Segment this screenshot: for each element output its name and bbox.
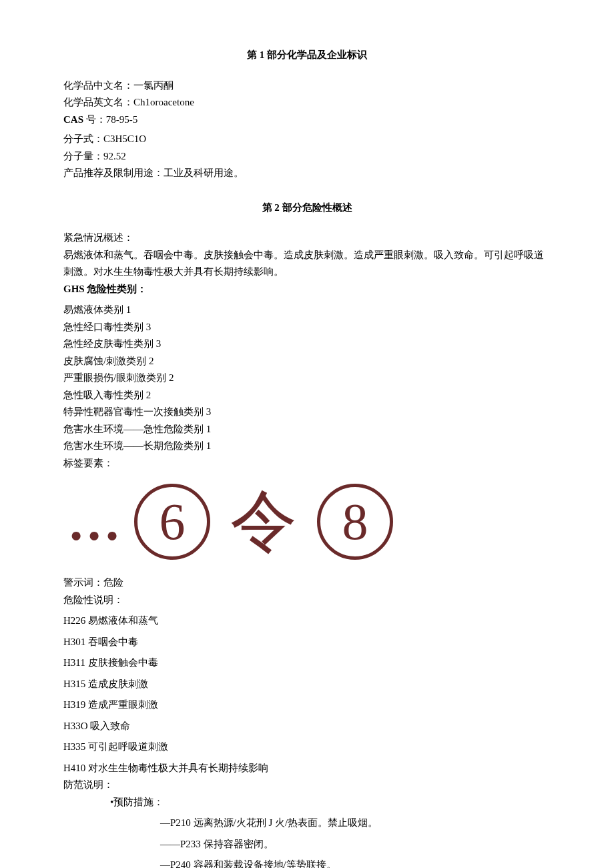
name-en-line: 化学品英文名：Ch1oroacetone — [63, 94, 551, 111]
name-en-label: 化学品英文名： — [63, 97, 133, 107]
pictogram-six-text: 6 — [160, 496, 186, 548]
weight-label: 分子量： — [63, 151, 103, 161]
weight-line: 分子量：92.52 — [63, 148, 551, 165]
ghs-item: 急性吸入毒性类别 2 — [63, 387, 551, 404]
hazard-item: H319 造成严重眼刺激 — [63, 697, 551, 714]
hazard-item: H311 皮肤接触会中毒 — [63, 655, 551, 672]
prevention-label: •预防措施： — [63, 794, 551, 811]
signal-word-line: 警示词：危险 — [63, 574, 551, 592]
usage-line: 产品推荐及限制用途：工业及科研用途。 — [63, 165, 551, 182]
section-2-title: 第 2 部分危险性概述 — [63, 199, 551, 217]
usage-value: 工业及科研用途。 — [164, 167, 244, 178]
ghs-item: 危害水生环境——长期危险类别 1 — [63, 438, 551, 455]
signal-value: 危险 — [103, 577, 123, 588]
signal-label: 警示词： — [63, 577, 103, 588]
weight-value: 92.52 — [103, 151, 126, 161]
name-cn-value: 一氯丙酮 — [133, 80, 174, 91]
section-1-prefix: 第 — [247, 49, 257, 60]
pictogram-row: … 6 令 8 — [63, 484, 551, 560]
prevention-item: —P210 远离热源/火花刑 J 火/热表面。禁止吸烟。 — [63, 815, 551, 832]
ghs-label-suffix: 危险性类别： — [87, 284, 147, 294]
ghs-item: 危害水生环境——急性危险类别 1 — [63, 421, 551, 438]
section-2-suffix: 部分危险性概述 — [282, 202, 352, 213]
ghs-item: 急性经皮肤毒性类别 3 — [63, 336, 551, 353]
section-2-number: 2 — [274, 202, 280, 213]
cas-label: CAS — [63, 114, 83, 125]
section-2-prefix: 第 — [262, 202, 272, 213]
pictogram-eight-icon: 8 — [317, 484, 393, 560]
name-cn-label: 化学品中文名： — [63, 80, 133, 91]
usage-label: 产品推荐及限制用途： — [63, 167, 164, 178]
hazard-item: H315 造成皮肤刺激 — [63, 676, 551, 693]
ghs-item: 急性经口毒性类别 3 — [63, 319, 551, 336]
label-elements: 标签要素： — [63, 455, 551, 472]
document-page: 第 1 部分化学品及企业标识 化学品中文名：一氯丙酮 化学品英文名：Ch1oro… — [0, 0, 614, 868]
cas-value: 78-95-5 — [106, 114, 138, 125]
ghs-item: 特异性靶器官毒性一次接触类别 3 — [63, 404, 551, 421]
section-1-suffix: 部分化学品及企业标识 — [267, 49, 367, 60]
emergency-text: 易燃液体和蒸气。吞咽会中毒。皮肤接触会中毒。造成皮肤刺激。造成严重眼刺激。吸入致… — [63, 247, 551, 281]
emergency-label: 紧急情况概述： — [63, 230, 551, 247]
hazard-item: H301 吞咽会中毒 — [63, 634, 551, 651]
prevention-item: ——P233 保持容器密闭。 — [63, 836, 551, 853]
hazard-item: H33O 吸入致命 — [63, 718, 551, 735]
ghs-list: 易燃液体类别 1 急性经口毒性类别 3 急性经皮肤毒性类别 3 皮肤腐蚀/刺激类… — [63, 302, 551, 455]
ghs-label-prefix: GHS — [63, 284, 85, 294]
ghs-item: 严重眼损伤/眼刺激类别 2 — [63, 370, 551, 387]
cas-line: CAS 号：78-95-5 — [63, 111, 551, 129]
formula-label: 分子式： — [63, 133, 103, 144]
precaution-label: 防范说明： — [63, 777, 551, 794]
formula-value: C3H5C1O — [103, 133, 146, 144]
pictogram-six-icon: 6 — [134, 484, 210, 560]
hazard-list: H226 易燃液体和蒸气 H301 吞咽会中毒 H311 皮肤接触会中毒 H31… — [63, 612, 551, 777]
ghs-item: 易燃液体类别 1 — [63, 302, 551, 319]
section-1-title: 第 1 部分化学品及企业标识 — [63, 47, 551, 64]
formula-line: 分子式：C3H5C1O — [63, 131, 551, 148]
pictogram-eight-text: 8 — [342, 496, 368, 548]
name-en-value: Ch1oroacetone — [133, 97, 194, 107]
cas-suffix: 号： — [86, 114, 106, 125]
section-1-number: 1 — [260, 49, 265, 60]
hazard-item: H410 对水生生物毒性极大并具有长期持续影响 — [63, 760, 551, 777]
hazard-item: H226 易燃液体和蒸气 — [63, 612, 551, 630]
ghs-label-line: GHS 危险性类别： — [63, 281, 551, 298]
pictogram-dots-icon: … — [67, 495, 114, 548]
pictogram-ling-icon: 令 — [230, 488, 297, 555]
prevention-item: —P240 容器和装载设备接地/等势联接。 — [63, 857, 551, 868]
ghs-item: 皮肤腐蚀/刺激类别 2 — [63, 353, 551, 370]
name-cn-line: 化学品中文名：一氯丙酮 — [63, 77, 551, 95]
hazard-item: H335 可引起呼吸道刺激 — [63, 739, 551, 756]
hazard-statement-label: 危险性说明： — [63, 592, 551, 609]
